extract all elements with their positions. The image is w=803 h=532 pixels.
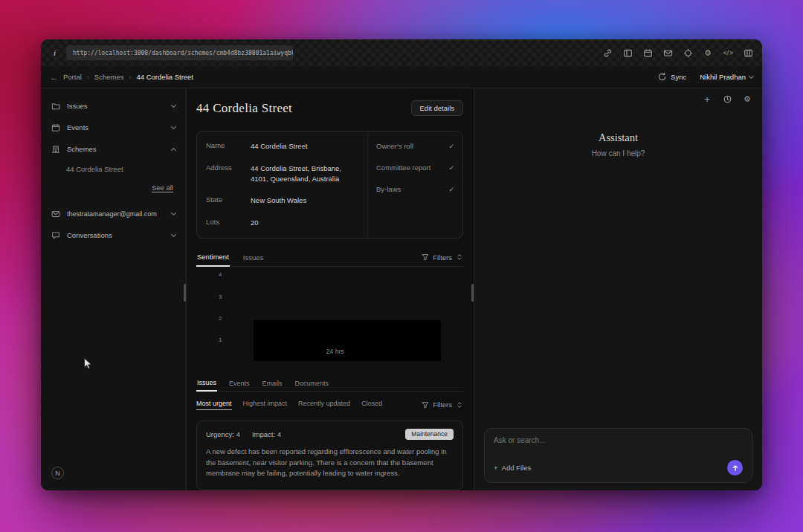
check-icon: ✓ <box>448 143 454 150</box>
check-icon: ✓ <box>448 186 454 193</box>
assistant-panel: + ⚙ Assistant How can I help? + Add File… <box>474 88 762 490</box>
sentiment-chart: 4 3 2 1 24 hrs <box>196 267 463 357</box>
breadcrumb-portal[interactable]: Portal <box>63 73 82 81</box>
doc-row-owners-roll[interactable]: Owner's roll ✓ <box>368 135 462 157</box>
app-window: i http://localhost:3000/dashboard/scheme… <box>41 39 762 490</box>
sidebar-resize-handle[interactable] <box>184 284 186 302</box>
tab-documents-list[interactable]: Documents <box>294 380 330 391</box>
calendar-icon <box>51 123 60 132</box>
add-files-label: Add Files <box>502 464 532 472</box>
app-favicon-icon: i <box>50 48 59 58</box>
chevron-down-icon <box>171 103 176 108</box>
doc-row-committee-report[interactable]: Committee report ✓ <box>368 157 462 178</box>
issue-urgency: Urgency: 4 <box>206 430 240 438</box>
send-arrow-icon <box>732 464 739 472</box>
assistant-title: Assistant <box>474 132 762 144</box>
funnel-icon <box>422 253 429 261</box>
code-icon[interactable]: </> <box>723 48 733 58</box>
sort-chevrons-icon <box>456 253 463 261</box>
chart-bar-block <box>254 320 441 361</box>
doc-row-bylaws[interactable]: By-laws ✓ <box>368 178 462 200</box>
sort-closed[interactable]: Closed <box>361 400 382 409</box>
field-row-state: State New South Wales <box>197 189 367 212</box>
field-label: Name <box>206 141 251 152</box>
sidebar-item-conversations[interactable]: Conversations <box>41 224 186 246</box>
issue-category-badge: Maintenance <box>405 429 454 440</box>
doc-label: Owner's roll <box>376 142 413 150</box>
check-icon: ✓ <box>448 164 454 172</box>
calendar-icon[interactable] <box>642 48 653 58</box>
chevron-right-icon: › <box>129 74 131 81</box>
new-chat-plus-icon[interactable]: + <box>702 94 712 104</box>
app-header: ← Portal › Schemes › 44 Cordelia Street … <box>41 66 762 88</box>
user-menu[interactable]: Nikhil Pradhan <box>700 73 753 81</box>
envelope-icon <box>51 210 60 218</box>
breadcrumb-current: 44 Cordelia Street <box>136 73 193 81</box>
tab-emails-list[interactable]: Emails <box>262 380 283 391</box>
sort-highest-impact[interactable]: Highest impact <box>243 400 288 409</box>
gear-icon[interactable]: ⚙ <box>703 48 713 58</box>
issue-impact: Impact: 4 <box>252 430 281 438</box>
tab-issues-list[interactable]: Issues <box>196 379 217 392</box>
sidebar-item-schemes[interactable]: Schemes <box>41 138 186 160</box>
sync-button[interactable]: Sync <box>657 72 686 82</box>
sidebar-item-account[interactable]: thestratamanager@gmail.com <box>41 203 186 224</box>
chevron-down-icon <box>749 74 754 79</box>
target-icon[interactable] <box>683 48 693 58</box>
sort-chevrons-icon <box>456 401 463 409</box>
sidebar-item-events[interactable]: Events <box>41 117 186 138</box>
assistant-settings-gear-icon[interactable]: ⚙ <box>742 94 752 104</box>
field-row-name: Name 44 Cordelia Street <box>197 135 367 158</box>
sync-label: Sync <box>671 73 686 81</box>
user-name: Nikhil Pradhan <box>700 73 746 81</box>
send-button[interactable] <box>727 460 743 476</box>
sort-most-urgent[interactable]: Most urgent <box>196 400 232 410</box>
scheme-details-card: Name 44 Cordelia Street Address 44 Corde… <box>196 131 463 239</box>
issue-card[interactable]: Urgency: 4 Impact: 4 Maintenance A new d… <box>196 421 463 490</box>
url-bar[interactable]: http://localhost:3000/dashboard/schemes/… <box>66 45 293 60</box>
tab-issues-chart[interactable]: Issues <box>242 253 264 266</box>
sidebar-item-label: Conversations <box>67 231 112 239</box>
tab-events-list[interactable]: Events <box>228 380 251 391</box>
scheme-child-label: 44 Cordelia Street <box>66 165 123 173</box>
field-label: Lots <box>206 218 251 228</box>
assistant-search-input[interactable] <box>494 436 743 444</box>
history-icon[interactable] <box>722 94 732 104</box>
brand-logo: N <box>51 467 64 479</box>
brand-letter: N <box>55 470 60 477</box>
field-row-lots: Lots 20 <box>197 212 367 234</box>
sidebar: Issues Events Schemes 44 Cordelia Street… <box>41 88 187 490</box>
assistant-subtitle: How can I help? <box>474 149 762 158</box>
doc-label: By-laws <box>376 185 401 193</box>
tab-sentiment[interactable]: Sentiment <box>196 253 230 267</box>
sidebar-item-label: Events <box>67 123 88 132</box>
field-label: State <box>206 195 251 206</box>
issue-description: A new defect has been reported regarding… <box>206 447 454 479</box>
chevron-up-icon <box>171 147 176 152</box>
browser-titlebar: i http://localhost:3000/dashboard/scheme… <box>41 39 762 66</box>
doc-label: Committee report <box>376 163 430 172</box>
sort-recently-updated[interactable]: Recently updated <box>298 400 350 409</box>
panels-icon[interactable] <box>622 48 633 58</box>
mail-icon[interactable] <box>662 48 673 58</box>
page-title: 44 Cordelia Street <box>196 101 292 116</box>
edit-details-button[interactable]: Edit details <box>411 100 463 116</box>
plus-icon: + <box>494 464 498 472</box>
filters-button[interactable]: Filters <box>422 400 463 409</box>
link-icon[interactable] <box>602 48 613 58</box>
building-icon <box>51 145 60 154</box>
add-files-button[interactable]: + Add Files <box>494 464 531 472</box>
sidebar-item-issues[interactable]: Issues <box>41 95 186 117</box>
y-axis-tick: 2 <box>219 315 222 322</box>
filters-button[interactable]: Filters <box>422 253 463 266</box>
main-panel: 44 Cordelia Street Edit details Name 44 … <box>187 88 474 490</box>
sidebar-item-label: Schemes <box>67 145 97 153</box>
field-value: 44 Cordelia Street <box>251 141 308 152</box>
chevron-down-icon <box>171 210 176 215</box>
back-arrow-icon[interactable]: ← <box>50 73 58 82</box>
sidebar-scheme-child[interactable]: 44 Cordelia Street <box>41 160 186 178</box>
breadcrumb-schemes[interactable]: Schemes <box>94 73 124 81</box>
chevron-down-icon <box>171 232 176 237</box>
columns-icon[interactable] <box>743 48 753 58</box>
see-all-link[interactable]: See all <box>152 184 173 192</box>
